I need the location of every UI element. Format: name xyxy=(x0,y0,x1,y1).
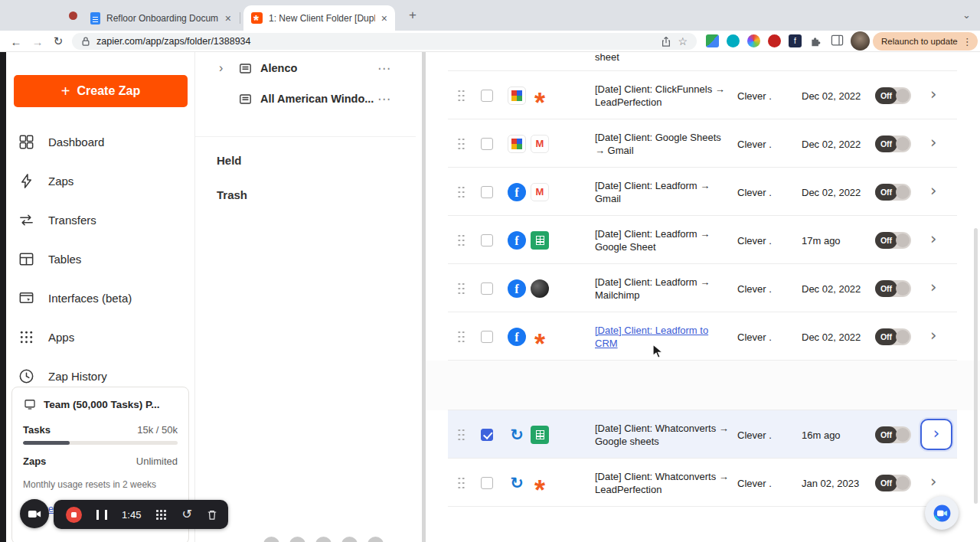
zap-name[interactable]: [Date] Client: Google Sheets → Gmail xyxy=(595,131,731,157)
close-tab-icon[interactable]: × xyxy=(381,12,387,24)
more-options-icon[interactable]: ⋯ xyxy=(377,91,391,107)
browser-tab-refloor[interactable]: Refloor Onboarding Docum × xyxy=(83,5,239,31)
folder-item-alenco[interactable]: › Alenco ⋯ xyxy=(195,55,422,83)
sidebar-item-dashboard[interactable]: Dashboard xyxy=(6,122,194,162)
url-text[interactable]: zapier.com/app/zaps/folder/1388934 xyxy=(96,36,655,47)
trash-folder-item[interactable]: Trash xyxy=(217,188,247,204)
reload-button[interactable]: ↻ xyxy=(50,33,67,50)
extension-icon[interactable] xyxy=(727,34,740,47)
restart-recording-icon[interactable]: ↺ xyxy=(182,508,192,521)
sidebar-item-zaps[interactable]: Zaps xyxy=(6,162,194,201)
row-checkbox[interactable] xyxy=(481,138,493,150)
drag-handle-icon[interactable] xyxy=(457,282,466,295)
drag-handle-icon[interactable] xyxy=(457,89,466,103)
row-chevron-icon[interactable]: › xyxy=(930,279,936,295)
page-dot[interactable] xyxy=(289,537,305,542)
zap-on-off-toggle[interactable]: Off xyxy=(875,328,911,345)
side-panel-icon[interactable] xyxy=(831,34,844,46)
row-chevron-icon[interactable]: › xyxy=(930,183,936,199)
back-button[interactable]: ← xyxy=(8,33,24,50)
page-dot[interactable] xyxy=(315,537,332,542)
zap-row[interactable]: [Date] Client: Google Sheets → Gmail Cle… xyxy=(426,119,980,168)
row-checkbox[interactable] xyxy=(481,90,493,102)
new-tab-button[interactable]: + xyxy=(405,8,420,23)
tools-grid-icon[interactable] xyxy=(155,509,167,521)
row-checkbox-checked[interactable] xyxy=(481,429,493,441)
row-checkbox[interactable] xyxy=(481,477,493,489)
drag-handle-icon[interactable] xyxy=(457,185,466,199)
page-dot[interactable] xyxy=(263,537,279,542)
zap-name[interactable]: [Date] Client: Leadform → Google Sheet xyxy=(595,227,731,253)
row-checkbox[interactable] xyxy=(481,186,493,198)
sidebar-item-transfers[interactable]: Transfers xyxy=(6,201,194,240)
zap-name[interactable]: [Date] Client: Leadform → Mailchimp xyxy=(595,276,731,302)
delete-recording-icon[interactable] xyxy=(207,509,217,521)
drag-handle-icon[interactable] xyxy=(457,233,466,247)
zap-name-link[interactable]: [Date] Client: Leadform to CRM xyxy=(595,324,731,350)
zap-row[interactable]: [Date] Client: Leadform → Google Sheet C… xyxy=(426,216,980,264)
drag-handle-icon[interactable] xyxy=(457,137,466,151)
pause-recording-icon[interactable] xyxy=(96,510,107,520)
browser-tab-new-client-folder[interactable]: 1: New Client Folder [Duplicat × xyxy=(243,5,395,31)
row-checkbox[interactable] xyxy=(481,331,493,343)
zap-on-off-toggle[interactable]: Off xyxy=(875,280,911,297)
folder-item-all-american[interactable]: All American Windo... ⋯ xyxy=(195,86,422,113)
camera-toggle-button[interactable] xyxy=(20,499,49,528)
video-camera-icon xyxy=(28,508,41,520)
row-checkbox[interactable] xyxy=(481,282,493,295)
stop-recording-button[interactable] xyxy=(66,507,82,523)
drag-handle-icon[interactable] xyxy=(457,330,466,344)
row-chevron-icon[interactable]: › xyxy=(930,474,936,490)
sidebar-item-interfaces[interactable]: Interfaces (beta) xyxy=(6,279,194,318)
team-plan-row[interactable]: Team (50,000 Tasks) P... xyxy=(23,397,178,411)
drag-handle-icon[interactable] xyxy=(457,476,466,490)
zap-name[interactable]: [Date] Client: Whatconverts → Google she… xyxy=(595,422,731,448)
zap-row[interactable]: [Date] Client: Leadform → Mailchimp Clev… xyxy=(426,264,980,312)
create-zap-button[interactable]: + Create Zap xyxy=(14,75,188,107)
forward-button[interactable]: → xyxy=(29,33,46,50)
tab-search-icon[interactable]: ⌄ xyxy=(962,9,971,21)
zap-on-off-toggle[interactable]: Off xyxy=(875,87,911,104)
support-chat-button[interactable] xyxy=(925,496,959,530)
row-chevron-icon[interactable]: › xyxy=(930,135,936,151)
zap-row-selected[interactable]: [Date] Client: Whatconverts → Google she… xyxy=(426,410,980,459)
close-tab-icon[interactable]: × xyxy=(225,12,231,24)
sidebar-item-tables[interactable]: Tables xyxy=(6,240,194,279)
zap-on-off-toggle[interactable]: Off xyxy=(875,475,911,491)
zap-row[interactable]: [Date] Client: Whatconverts → LeadPerfec… xyxy=(426,459,980,507)
zap-name[interactable]: [Date] Client: Whatconverts → LeadPerfec… xyxy=(595,470,731,496)
row-chevron-icon[interactable]: › xyxy=(930,87,936,103)
zap-row[interactable]: [Date] Client: Leadform to CRM Clever . … xyxy=(426,312,980,361)
list-scrollbar[interactable] xyxy=(974,228,978,504)
zap-row[interactable]: [Date] Client: ClickFunnels → LeadPerfec… xyxy=(426,71,980,119)
color-wheel-extension-icon[interactable] xyxy=(747,34,760,47)
row-open-button-focused[interactable]: › xyxy=(920,419,952,450)
zap-on-off-toggle[interactable]: Off xyxy=(875,232,911,249)
page-dot[interactable] xyxy=(341,537,358,542)
share-icon[interactable] xyxy=(661,36,671,47)
page-dot[interactable] xyxy=(368,537,384,542)
zap-on-off-toggle[interactable]: Off xyxy=(875,426,911,443)
zap-on-off-toggle[interactable]: Off xyxy=(875,136,911,152)
held-folder-item[interactable]: Held xyxy=(217,154,242,169)
sidebar-item-apps[interactable]: Apps xyxy=(6,318,194,357)
more-options-icon[interactable]: ⋯ xyxy=(377,60,391,77)
expand-chevron-icon[interactable]: › xyxy=(219,61,223,75)
row-checkbox[interactable] xyxy=(481,234,493,247)
row-chevron-icon[interactable]: › xyxy=(930,328,936,344)
drag-handle-icon[interactable] xyxy=(457,428,466,442)
zap-row[interactable]: [Date] Client: Leadform → Gmail Clever .… xyxy=(426,168,980,216)
extension-icon[interactable] xyxy=(768,34,781,47)
row-chevron-icon[interactable]: › xyxy=(930,231,936,247)
extension-icon[interactable] xyxy=(706,34,719,47)
relaunch-to-update-button[interactable]: Relaunch to update ⋮ xyxy=(873,32,978,51)
extension-icon[interactable]: f xyxy=(789,34,802,47)
zap-name[interactable]: [Date] Client: Leadform → Gmail xyxy=(595,179,731,205)
extensions-puzzle-icon[interactable] xyxy=(809,34,822,47)
zap-on-off-toggle[interactable]: Off xyxy=(875,184,911,201)
zap-name[interactable]: [Date] Client: ClickFunnels → LeadPerfec… xyxy=(595,83,731,109)
browser-menu-icon[interactable]: ⋮ xyxy=(962,36,972,47)
address-bar[interactable]: zapier.com/app/zaps/folder/1388934 ☆ xyxy=(72,33,697,50)
browser-profile-avatar[interactable] xyxy=(851,31,870,51)
bookmark-star-icon[interactable]: ☆ xyxy=(678,35,688,47)
